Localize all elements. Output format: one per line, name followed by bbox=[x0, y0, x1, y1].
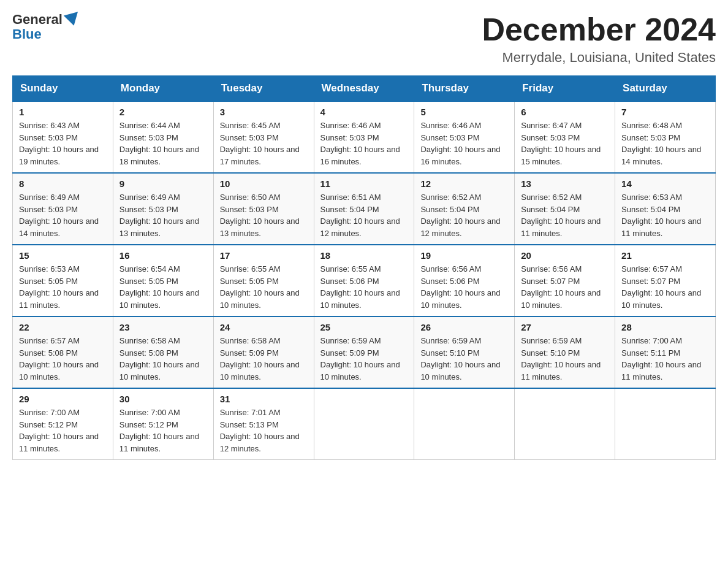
day-number: 27 bbox=[521, 322, 609, 332]
calendar-cell: 5 Sunrise: 6:46 AM Sunset: 5:03 PM Dayli… bbox=[414, 101, 515, 173]
calendar-cell: 8 Sunrise: 6:49 AM Sunset: 5:03 PM Dayli… bbox=[13, 173, 113, 245]
day-info: Sunrise: 6:56 AM Sunset: 5:07 PM Dayligh… bbox=[521, 263, 609, 311]
day-number: 30 bbox=[119, 394, 207, 404]
calendar-cell: 30 Sunrise: 7:00 AM Sunset: 5:12 PM Dayl… bbox=[113, 388, 213, 460]
day-number: 25 bbox=[320, 322, 408, 332]
calendar-cell: 1 Sunrise: 6:43 AM Sunset: 5:03 PM Dayli… bbox=[13, 101, 113, 173]
day-info: Sunrise: 6:47 AM Sunset: 5:03 PM Dayligh… bbox=[521, 120, 609, 167]
calendar-cell: 15 Sunrise: 6:53 AM Sunset: 5:05 PM Dayl… bbox=[13, 245, 113, 316]
day-number: 20 bbox=[521, 250, 609, 261]
calendar-cell: 11 Sunrise: 6:51 AM Sunset: 5:04 PM Dayl… bbox=[314, 173, 414, 245]
day-info: Sunrise: 6:58 AM Sunset: 5:09 PM Dayligh… bbox=[220, 335, 308, 383]
calendar-cell: 12 Sunrise: 6:52 AM Sunset: 5:04 PM Dayl… bbox=[414, 173, 515, 245]
calendar-cell bbox=[515, 388, 615, 460]
day-info: Sunrise: 6:53 AM Sunset: 5:04 PM Dayligh… bbox=[621, 191, 709, 239]
day-number: 10 bbox=[220, 178, 308, 189]
day-info: Sunrise: 6:57 AM Sunset: 5:08 PM Dayligh… bbox=[19, 335, 107, 383]
header-sunday: Sunday bbox=[13, 76, 113, 102]
calendar-table: SundayMondayTuesdayWednesdayThursdayFrid… bbox=[12, 75, 716, 460]
day-info: Sunrise: 6:51 AM Sunset: 5:04 PM Dayligh… bbox=[320, 191, 408, 239]
calendar-cell: 13 Sunrise: 6:52 AM Sunset: 5:04 PM Dayl… bbox=[515, 173, 615, 245]
title-area: December 2024 Merrydale, Louisiana, Unit… bbox=[482, 12, 716, 66]
calendar-cell: 25 Sunrise: 6:59 AM Sunset: 5:09 PM Dayl… bbox=[314, 316, 414, 388]
calendar-cell: 4 Sunrise: 6:46 AM Sunset: 5:03 PM Dayli… bbox=[314, 101, 414, 173]
week-row-2: 8 Sunrise: 6:49 AM Sunset: 5:03 PM Dayli… bbox=[13, 173, 716, 245]
day-info: Sunrise: 6:53 AM Sunset: 5:05 PM Dayligh… bbox=[19, 263, 107, 311]
header-tuesday: Tuesday bbox=[213, 76, 314, 102]
day-info: Sunrise: 7:00 AM Sunset: 5:12 PM Dayligh… bbox=[19, 407, 107, 454]
page-header: General Blue December 2024 Merrydale, Lo… bbox=[12, 12, 716, 66]
day-info: Sunrise: 6:49 AM Sunset: 5:03 PM Dayligh… bbox=[19, 191, 107, 239]
day-number: 22 bbox=[19, 322, 107, 332]
day-info: Sunrise: 7:00 AM Sunset: 5:12 PM Dayligh… bbox=[119, 407, 207, 454]
calendar-cell: 18 Sunrise: 6:55 AM Sunset: 5:06 PM Dayl… bbox=[314, 245, 414, 316]
day-number: 18 bbox=[320, 250, 408, 261]
calendar-cell: 17 Sunrise: 6:55 AM Sunset: 5:05 PM Dayl… bbox=[213, 245, 314, 316]
calendar-cell: 27 Sunrise: 6:59 AM Sunset: 5:10 PM Dayl… bbox=[515, 316, 615, 388]
header-saturday: Saturday bbox=[615, 76, 716, 102]
day-info: Sunrise: 6:46 AM Sunset: 5:03 PM Dayligh… bbox=[420, 120, 508, 167]
day-info: Sunrise: 6:50 AM Sunset: 5:03 PM Dayligh… bbox=[220, 191, 308, 239]
logo-general: General bbox=[12, 12, 63, 27]
day-number: 6 bbox=[521, 107, 609, 117]
calendar-header-row: SundayMondayTuesdayWednesdayThursdayFrid… bbox=[13, 76, 716, 102]
calendar-cell bbox=[615, 388, 716, 460]
day-number: 11 bbox=[320, 178, 408, 189]
week-row-4: 22 Sunrise: 6:57 AM Sunset: 5:08 PM Dayl… bbox=[13, 316, 716, 388]
day-number: 4 bbox=[320, 107, 408, 117]
calendar-cell: 14 Sunrise: 6:53 AM Sunset: 5:04 PM Dayl… bbox=[615, 173, 716, 245]
calendar-cell: 10 Sunrise: 6:50 AM Sunset: 5:03 PM Dayl… bbox=[213, 173, 314, 245]
calendar-cell: 6 Sunrise: 6:47 AM Sunset: 5:03 PM Dayli… bbox=[515, 101, 615, 173]
calendar-cell: 31 Sunrise: 7:01 AM Sunset: 5:13 PM Dayl… bbox=[213, 388, 314, 460]
day-number: 19 bbox=[420, 250, 508, 261]
calendar-cell: 28 Sunrise: 7:00 AM Sunset: 5:11 PM Dayl… bbox=[615, 316, 716, 388]
day-info: Sunrise: 6:43 AM Sunset: 5:03 PM Dayligh… bbox=[19, 120, 107, 167]
day-number: 3 bbox=[220, 107, 308, 117]
calendar-cell: 22 Sunrise: 6:57 AM Sunset: 5:08 PM Dayl… bbox=[13, 316, 113, 388]
day-info: Sunrise: 6:52 AM Sunset: 5:04 PM Dayligh… bbox=[521, 191, 609, 239]
calendar-cell: 24 Sunrise: 6:58 AM Sunset: 5:09 PM Dayl… bbox=[213, 316, 314, 388]
header-friday: Friday bbox=[515, 76, 615, 102]
calendar-cell: 20 Sunrise: 6:56 AM Sunset: 5:07 PM Dayl… bbox=[515, 245, 615, 316]
day-info: Sunrise: 6:46 AM Sunset: 5:03 PM Dayligh… bbox=[320, 120, 408, 167]
day-number: 31 bbox=[220, 394, 308, 404]
location-title: Merrydale, Louisiana, United States bbox=[482, 50, 716, 66]
day-info: Sunrise: 6:44 AM Sunset: 5:03 PM Dayligh… bbox=[119, 120, 207, 167]
day-number: 5 bbox=[420, 107, 508, 117]
logo-blue: Blue bbox=[12, 26, 42, 42]
week-row-3: 15 Sunrise: 6:53 AM Sunset: 5:05 PM Dayl… bbox=[13, 245, 716, 316]
calendar-cell: 7 Sunrise: 6:48 AM Sunset: 5:03 PM Dayli… bbox=[615, 101, 716, 173]
day-number: 17 bbox=[220, 250, 308, 261]
day-number: 14 bbox=[621, 178, 709, 189]
month-title: December 2024 bbox=[482, 12, 716, 47]
header-wednesday: Wednesday bbox=[314, 76, 414, 102]
week-row-5: 29 Sunrise: 7:00 AM Sunset: 5:12 PM Dayl… bbox=[13, 388, 716, 460]
day-number: 21 bbox=[621, 250, 709, 261]
calendar-cell: 3 Sunrise: 6:45 AM Sunset: 5:03 PM Dayli… bbox=[213, 101, 314, 173]
header-monday: Monday bbox=[113, 76, 213, 102]
header-thursday: Thursday bbox=[414, 76, 515, 102]
calendar-cell bbox=[314, 388, 414, 460]
day-info: Sunrise: 6:45 AM Sunset: 5:03 PM Dayligh… bbox=[220, 120, 308, 167]
day-info: Sunrise: 6:59 AM Sunset: 5:09 PM Dayligh… bbox=[320, 335, 408, 383]
day-number: 24 bbox=[220, 322, 308, 332]
day-number: 9 bbox=[119, 178, 207, 189]
day-number: 8 bbox=[19, 178, 107, 189]
calendar-cell: 21 Sunrise: 6:57 AM Sunset: 5:07 PM Dayl… bbox=[615, 245, 716, 316]
day-info: Sunrise: 6:49 AM Sunset: 5:03 PM Dayligh… bbox=[119, 191, 207, 239]
day-number: 23 bbox=[119, 322, 207, 332]
day-number: 2 bbox=[119, 107, 207, 117]
day-info: Sunrise: 6:55 AM Sunset: 5:05 PM Dayligh… bbox=[220, 263, 308, 311]
calendar-cell: 16 Sunrise: 6:54 AM Sunset: 5:05 PM Dayl… bbox=[113, 245, 213, 316]
calendar-cell bbox=[414, 388, 515, 460]
calendar-cell: 26 Sunrise: 6:59 AM Sunset: 5:10 PM Dayl… bbox=[414, 316, 515, 388]
day-info: Sunrise: 6:54 AM Sunset: 5:05 PM Dayligh… bbox=[119, 263, 207, 311]
day-number: 7 bbox=[621, 107, 709, 117]
day-number: 13 bbox=[521, 178, 609, 189]
calendar-cell: 9 Sunrise: 6:49 AM Sunset: 5:03 PM Dayli… bbox=[113, 173, 213, 245]
logo: General Blue bbox=[12, 12, 80, 42]
day-number: 16 bbox=[119, 250, 207, 261]
day-number: 28 bbox=[621, 322, 709, 332]
day-number: 26 bbox=[420, 322, 508, 332]
day-number: 12 bbox=[420, 178, 508, 189]
